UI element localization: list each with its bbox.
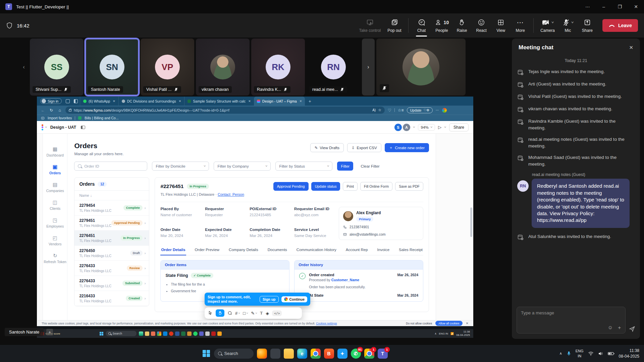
figma-file-menu-chevron[interactable]: ˅ <box>45 126 47 129</box>
app-icon[interactable] <box>187 331 192 336</box>
create-new-order-button[interactable]: ＋Create new order <box>385 143 429 152</box>
leave-button[interactable]: Leave <box>602 19 638 32</box>
detail-tab[interactable]: Sales Receipt <box>398 246 423 255</box>
wifi-icon[interactable] <box>588 351 594 356</box>
app-icon[interactable] <box>193 331 198 336</box>
bills-bookmark[interactable]: Bills | Billing and Co... <box>85 116 118 120</box>
text-tool-icon[interactable]: T <box>260 310 263 316</box>
address-bar[interactable]: https://www.figma.com/design/9BKQ0FOHRWa… <box>65 107 385 114</box>
chat-close-icon[interactable]: ✕ <box>629 45 633 51</box>
app-icon[interactable] <box>169 331 173 336</box>
order-row[interactable]: 2276433 TL Flex Holdings LLC Submitted › <box>74 276 149 291</box>
order-row[interactable]: 2216433 TL Flex Holdings LLC Created › <box>74 291 149 306</box>
taskbar-app-icon[interactable]: ✦ <box>337 349 347 359</box>
filter-select[interactable]: Filter by Domicile ˅ <box>152 162 209 171</box>
order-row[interactable]: 2276433 TL Flex Holdings LLC Review › <box>74 261 149 276</box>
window-minimize-button[interactable]: – <box>596 0 612 13</box>
favorites-list-icon[interactable]: ☆≡ <box>398 108 404 113</box>
strip-next-button[interactable]: › <box>362 39 375 96</box>
collaborator-avatar[interactable]: S <box>394 124 402 131</box>
split-screen-icon[interactable] <box>74 99 78 103</box>
detail-tab[interactable]: Order Details <box>160 246 186 255</box>
app-icon[interactable] <box>217 331 222 336</box>
contact-email-row[interactable]: alex@vstatefilings.com <box>343 232 419 236</box>
sidebar-item[interactable]: ◰ Vendors <box>49 235 62 246</box>
camera-options-chevron[interactable]: ˅ <box>551 21 554 24</box>
mic-button[interactable]: ˅ Mic <box>558 17 578 34</box>
layout-panel-icon[interactable] <box>81 126 85 129</box>
sidebar-item[interactable]: ↻ Refresh Token <box>44 253 66 264</box>
tab-close-icon[interactable]: ✕ <box>179 100 181 103</box>
present-play-icon[interactable]: ▷ <box>438 125 441 130</box>
browser-tab[interactable]: (6) WhatsApp ✕ <box>80 97 118 106</box>
pen-tool-icon[interactable]: ✎˅ <box>251 311 257 316</box>
move-tool-icon[interactable] <box>208 311 213 315</box>
deny-cookies-button[interactable]: Do not allow cookies <box>406 322 432 325</box>
new-tab-button[interactable]: ＋ <box>308 98 312 104</box>
shape-tool-icon[interactable]: □˅ <box>243 311 248 316</box>
taskbar-app-icon[interactable]: e <box>297 349 307 359</box>
filter-select[interactable]: Filter by Company ˅ <box>214 162 271 171</box>
order-action-button[interactable]: Save as PDF <box>395 182 423 191</box>
taskbar-app-icon[interactable]: B <box>324 349 334 359</box>
taskbar-app-icon[interactable] <box>257 349 267 359</box>
browser-profile-button[interactable]: Sign in <box>40 98 62 104</box>
detail-tab[interactable]: Order Preview <box>194 246 220 255</box>
app-icon[interactable] <box>205 331 210 336</box>
more-button[interactable]: ⋯ More <box>511 17 530 34</box>
emoji-icon[interactable]: ☺ <box>608 324 613 331</box>
taskbar-search[interactable]: Search <box>214 349 254 359</box>
present-chevron[interactable]: ˅ <box>444 126 446 129</box>
signup-button[interactable]: Sign up <box>260 296 279 303</box>
tray-chevron-icon[interactable]: ∧ <box>559 351 562 356</box>
export-csv-button[interactable]: ⇩Export CSV <box>347 143 381 152</box>
pop-out-button[interactable]: Pop out <box>384 17 405 34</box>
taskbar-app-icon[interactable]: ✆ 81 <box>351 349 361 359</box>
google-continue-button[interactable]: Continue <box>281 296 308 302</box>
taskbar-app-icon[interactable] <box>270 349 280 359</box>
window-close-button[interactable]: ✕ <box>628 0 644 13</box>
copilot-icon[interactable] <box>442 108 447 113</box>
browser-essentials-icon[interactable]: ♡ <box>388 108 391 113</box>
cookie-close-icon[interactable]: ✕ <box>466 321 469 325</box>
participant-tile[interactable]: RK Ravindra K... <box>251 39 305 96</box>
camera-button[interactable]: ˅ Camera <box>537 17 558 34</box>
browser-tab[interactable]: Design - UAT – Figma ✕ <box>254 97 305 106</box>
taskbar-clock[interactable]: 11:38 08-04-2025 <box>619 348 639 359</box>
start-button[interactable] <box>203 350 210 357</box>
home-icon[interactable]: ⌂ <box>57 108 62 113</box>
order-row[interactable]: 2279451 TL Flex Holdings LLC Approval Pe… <box>74 216 149 231</box>
volume-icon[interactable] <box>598 351 603 356</box>
tray-mic-icon[interactable] <box>567 351 571 356</box>
import-favorites-link[interactable]: Import favorites <box>48 116 72 120</box>
detail-tab[interactable]: Documents <box>267 246 288 255</box>
react-button[interactable]: React <box>472 17 491 34</box>
sidebar-item[interactable]: ▦ Dashboard <box>47 146 64 157</box>
zoom-control[interactable]: 94%˅ <box>418 124 435 131</box>
chat-message-input[interactable]: Type a message ☺ ＋ <box>517 307 626 334</box>
app-icon[interactable] <box>151 331 155 336</box>
window-restore-button[interactable]: ❐ <box>612 0 628 13</box>
browser-tab[interactable]: Sample Salary Structure with calc ✕ <box>184 97 254 106</box>
detail-tab[interactable]: Communication History <box>296 246 337 255</box>
participant-tile[interactable]: vikram chavan <box>196 39 250 96</box>
browser-menu-icon[interactable]: ⋯ <box>436 108 439 112</box>
window-more-button[interactable]: ⋯ <box>580 0 596 13</box>
order-action-button[interactable]: Update status <box>311 182 340 191</box>
hand-tool-icon[interactable] <box>216 309 224 317</box>
order-row[interactable]: 2276450 TL Flex Holdings LLC Draft › <box>74 246 149 261</box>
participant-tile[interactable]: RN read.ai mee... <box>307 39 360 96</box>
sidebar-item[interactable]: ▣ Orders <box>49 164 61 175</box>
chat-button[interactable]: Chat <box>412 17 431 34</box>
participant-tile[interactable]: VP Vishal Patil ... <box>141 39 194 96</box>
app-icon[interactable] <box>157 331 161 336</box>
presenter-pin-button[interactable]: ＋ <box>46 329 53 336</box>
tab-close-icon[interactable]: ✕ <box>300 100 302 103</box>
contact-person-link[interactable]: Contact_Person <box>218 192 244 196</box>
order-id-search-input[interactable]: Order ID <box>74 162 147 171</box>
order-row[interactable]: 2279454 TL Flex Holdings LLC Complete › <box>74 200 149 216</box>
clear-filter-button[interactable]: Clear Filter <box>358 164 382 168</box>
figma-file-name[interactable]: Design - UAT <box>50 125 76 130</box>
participant-tile[interactable]: SS Shivani Sup... <box>30 39 84 96</box>
figma-share-button[interactable]: Share <box>449 123 469 131</box>
